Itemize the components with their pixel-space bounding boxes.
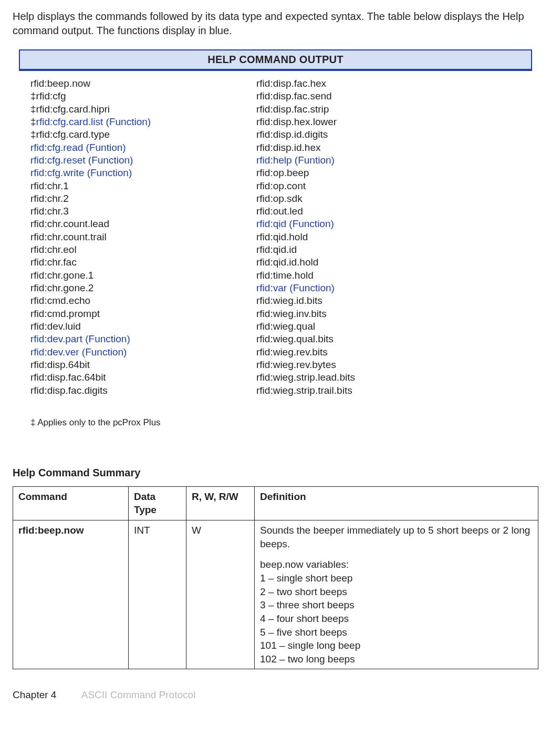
command-entry: rfid:chr.eol (30, 243, 245, 256)
command-entry: rfid:disp.fac.strip (256, 103, 471, 116)
command-name: rfid:cfg (36, 90, 66, 101)
def-lead: Sounds the beeper immediately up to 5 sh… (260, 524, 533, 550)
command-columns: rfid:beep.now‡ rfid:cfg‡ rfid:cfg.card.h… (19, 75, 532, 402)
command-entry: ‡ rfid:cfg.card.list (Function) (30, 116, 245, 128)
def-var-line: 5 – five short beeps (260, 626, 533, 639)
cell-rw: W (186, 520, 255, 669)
command-entry: rfid:wieg.rev.bits (256, 346, 471, 359)
command-entry: rfid:chr.fac (30, 256, 245, 269)
command-entry: rfid:chr.gone.1 (30, 269, 245, 282)
summary-table: Command Data Type R, W, R/W Definition r… (13, 486, 538, 670)
command-name: rfid:wieg.qual.bits (256, 333, 334, 344)
cell-datatype: INT (129, 520, 186, 669)
command-name: rfid:disp.64bit (30, 359, 90, 370)
command-entry: rfid:disp.fac.send (256, 90, 471, 103)
th-command: Command (13, 486, 129, 520)
command-col-2: rfid:disp.fac.hexrfid:disp.fac.sendrfid:… (245, 77, 471, 397)
command-name: rfid:wieg.rev.bits (256, 346, 328, 357)
def-var-line: 102 – two long beeps (260, 652, 533, 666)
command-entry: rfid:cmd.prompt (30, 308, 245, 320)
command-entry: rfid:chr.3 (30, 205, 245, 218)
command-function: rfid:dev.part (Function) (30, 333, 130, 344)
command-entry: ‡ rfid:cfg.card.type (30, 128, 245, 141)
command-name: rfid:wieg.inv.bits (256, 308, 327, 319)
th-def: Definition (255, 486, 538, 520)
command-entry: rfid:wieg.qual.bits (256, 333, 471, 345)
command-name: rfid:disp.fac.hex (256, 78, 326, 89)
th-rw: R, W, R/W (186, 486, 255, 520)
command-entry: rfid:cfg.write (Function) (30, 167, 245, 179)
command-entry: rfid:disp.64bit (30, 359, 245, 371)
command-name: rfid:out.led (256, 206, 303, 217)
command-entry: rfid:beep.now (30, 77, 245, 90)
command-entry: rfid:disp.id.hex (256, 141, 471, 154)
command-entry: rfid:qid.hold (256, 231, 471, 243)
command-entry: rfid:cfg.reset (Function) (30, 154, 245, 167)
command-entry: rfid:chr.count.trail (30, 231, 245, 243)
def-var-line: 1 – single short beep (260, 571, 533, 585)
command-entry: rfid:help (Funtion) (256, 154, 471, 167)
th-datatype: Data Type (129, 486, 186, 520)
command-entry: rfid:cmd.echo (30, 294, 245, 307)
command-col-1: rfid:beep.now‡ rfid:cfg‡ rfid:cfg.card.h… (19, 77, 245, 397)
command-entry: rfid:time.hold (256, 269, 471, 282)
command-entry: rfid:wieg.id.bits (256, 294, 471, 307)
command-name: rfid:wieg.strip.trail.bits (256, 385, 352, 396)
command-name: rfid:qid.id (256, 244, 297, 255)
command-function: rfid:qid (Function) (256, 218, 334, 229)
command-name: rfid:qid.id.hold (256, 257, 318, 268)
command-name: rfid:cfg.card.type (36, 129, 110, 140)
command-entry: ‡ rfid:cfg (30, 90, 245, 103)
command-entry: rfid:disp.fac.64bit (30, 371, 245, 384)
command-entry: rfid:qid.id.hold (256, 256, 471, 269)
command-entry: rfid:disp.hex.lower (256, 116, 471, 128)
command-entry: ‡ rfid:cfg.card.hipri (30, 103, 245, 116)
command-entry: rfid:dev.luid (30, 320, 245, 333)
command-name: rfid:chr.1 (30, 180, 69, 191)
command-name: rfid:chr.2 (30, 193, 69, 204)
command-name: rfid:cmd.prompt (30, 308, 100, 319)
command-entry: rfid:qid (Function) (256, 218, 471, 230)
page-footer: Chapter 4 ASCII Command Protocol (13, 688, 538, 702)
command-entry: rfid:qid.id (256, 243, 471, 256)
command-name: rfid:disp.fac.digits (30, 385, 108, 396)
command-entry: rfid:op.cont (256, 180, 471, 192)
command-entry: rfid:out.led (256, 205, 471, 218)
cell-command: rfid:beep.now (13, 520, 129, 669)
command-name: rfid:wieg.strip.lead.bits (256, 372, 355, 383)
command-function: rfid:var (Function) (256, 282, 335, 293)
command-name: rfid:chr.3 (30, 206, 69, 217)
command-entry: rfid:var (Function) (256, 282, 471, 294)
command-name: rfid:chr.eol (30, 244, 77, 255)
command-entry: rfid:chr.2 (30, 192, 245, 205)
section-heading: Help Command Summary (13, 466, 538, 480)
table-header-row: Command Data Type R, W, R/W Definition (13, 486, 538, 520)
command-entry: rfid:wieg.strip.trail.bits (256, 384, 471, 397)
def-var-line: 101 – single long beep (260, 639, 533, 652)
command-name: rfid:qid.hold (256, 231, 308, 242)
command-name: rfid:cmd.echo (30, 295, 90, 306)
footer-chapter: Chapter 4 (13, 689, 56, 700)
command-name: rfid:op.beep (256, 167, 309, 178)
command-entry: rfid:disp.id.digits (256, 128, 471, 141)
command-name: rfid:time.hold (256, 270, 314, 281)
command-entry: rfid:disp.fac.hex (256, 77, 471, 90)
command-entry: rfid:wieg.strip.lead.bits (256, 371, 471, 384)
help-output-title: HELP COMMAND OUTPUT (20, 50, 531, 70)
command-name: rfid:chr.fac (30, 257, 77, 268)
command-function: rfid:cfg.read (Funtion) (30, 142, 126, 153)
dagger-prefix: ‡ (30, 90, 36, 103)
def-var-line: 2 – two short beeps (260, 585, 533, 599)
dagger-prefix: ‡ (30, 103, 36, 116)
command-entry: rfid:op.beep (256, 167, 471, 179)
command-name: rfid:chr.count.lead (30, 218, 109, 229)
command-function: rfid:help (Funtion) (256, 155, 335, 166)
command-function: rfid:cfg.write (Function) (30, 167, 132, 178)
def-var-line: 3 – three short beeps (260, 598, 533, 612)
command-entry: rfid:wieg.qual (256, 320, 471, 333)
command-function: rfid:dev.ver (Function) (30, 346, 127, 357)
command-entry: rfid:chr.count.lead (30, 218, 245, 230)
command-name: rfid:disp.id.digits (256, 129, 328, 140)
command-name: rfid:disp.fac.send (256, 90, 332, 101)
footer-title: ASCII Command Protocol (81, 689, 196, 700)
